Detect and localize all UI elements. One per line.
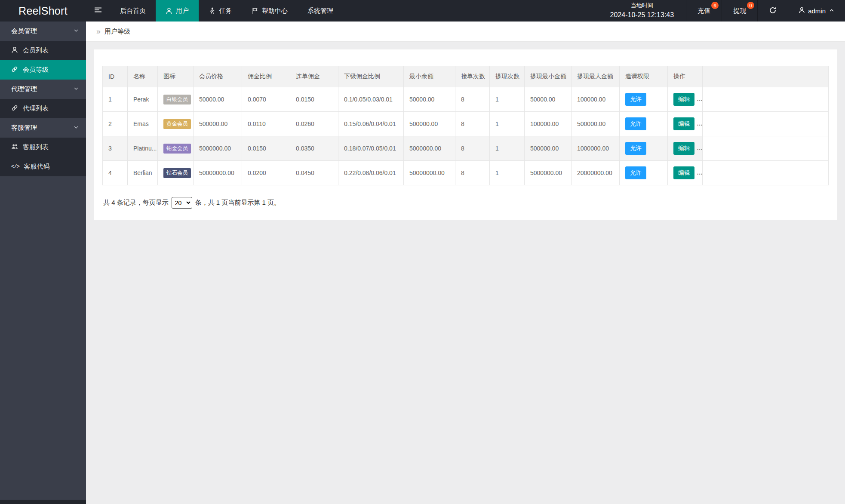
sidebar: 会员管理 会员列表 会员等级 代理管理 代理列表 客服管理 (0, 22, 86, 504)
admin-menu[interactable]: admin (788, 0, 845, 22)
invite-permission-button[interactable]: 允许 (625, 93, 646, 106)
edit-button[interactable]: 编辑 (673, 166, 694, 179)
sidebar-item-agent-list[interactable]: 代理列表 (0, 99, 86, 118)
sidebar-footer-strip (0, 500, 86, 504)
col-header-min-balance: 最小余额 (404, 66, 455, 87)
cell-orders: 8 (455, 87, 490, 112)
sidebar-group-member-management[interactable]: 会员管理 (0, 22, 86, 41)
cell-chain: 0.0260 (290, 112, 338, 136)
cell-sub-rates: 0.22/0.08/0.06/0.01 (338, 161, 404, 185)
cell-id: 2 (103, 112, 128, 136)
main-content: » 用户等级 ID 名称 图标 会员价格 佣金比例 连单佣金 下级佣金比例 (86, 22, 845, 504)
withdraw-button[interactable]: 提现 0 (722, 0, 757, 22)
cell-max-withdraw: 500000.00 (572, 112, 620, 136)
cell-withdraws: 1 (490, 136, 525, 161)
cell-min-balance: 5000000.00 (404, 136, 455, 161)
sidebar-item-member-levels[interactable]: 会员等级 (0, 60, 86, 80)
level-badge: 铂金会员 (163, 144, 191, 154)
sidebar-item-label: 会员等级 (23, 66, 49, 74)
user-levels-table: ID 名称 图标 会员价格 佣金比例 连单佣金 下级佣金比例 最小余额 接单次数… (102, 66, 829, 185)
cell-name: Perak (128, 87, 158, 112)
edit-button[interactable]: 编辑 (673, 117, 694, 130)
table-card: ID 名称 图标 会员价格 佣金比例 连单佣金 下级佣金比例 最小余额 接单次数… (94, 49, 837, 220)
withdraw-count-badge: 0 (747, 2, 754, 9)
cell-max-withdraw: 1000000.00 (572, 136, 620, 161)
col-header-id: ID (103, 66, 128, 87)
cell-id: 3 (103, 136, 128, 161)
cell-min-withdraw: 100000.00 (525, 112, 572, 136)
cell-name: Emas (128, 112, 158, 136)
more-actions-ellipsis: … (697, 95, 703, 102)
cell-rate: 0.0150 (242, 136, 290, 161)
cell-min-balance: 50000.00 (404, 87, 455, 112)
nav-item-help-center[interactable]: 帮助中心 (242, 0, 298, 22)
col-header-chain-commission: 连单佣金 (290, 66, 338, 87)
user-icon (166, 7, 172, 14)
nav-item-tasks[interactable]: 任务 (199, 0, 242, 22)
refresh-icon (769, 6, 777, 15)
pagination-suffix-text: 条，共 1 页当前显示第 1 页。 (195, 199, 280, 207)
col-header-commission-rate: 佣金比例 (242, 66, 290, 87)
edit-button[interactable]: 编辑 (673, 142, 694, 155)
sidebar-item-support-code[interactable]: </> 客服代码 (0, 157, 86, 176)
cell-min-balance: 50000000.00 (404, 161, 455, 185)
local-time: 当地时间 2024-10-25 12:13:43 (598, 0, 686, 22)
users-icon (11, 143, 18, 151)
nav-item-label: 用户 (176, 7, 189, 15)
topbar-right-section: 当地时间 2024-10-25 12:13:43 充值 6 提现 0 admin (598, 0, 845, 22)
more-actions-ellipsis: … (697, 144, 703, 151)
admin-user-icon (799, 7, 805, 15)
cell-rate: 0.0200 (242, 161, 290, 185)
chevron-down-icon (73, 124, 79, 132)
level-badge: 白银会员 (163, 95, 191, 104)
recharge-count-badge: 6 (711, 2, 719, 9)
user-icon (11, 46, 18, 55)
cell-sub-rates: 0.18/0.07/0.05/0.01 (338, 136, 404, 161)
recharge-label: 充值 (698, 7, 710, 15)
cell-withdraws: 1 (490, 112, 525, 136)
cell-min-withdraw: 50000.00 (525, 87, 572, 112)
cell-sub-rates: 0.1/0.05/0.03/0.01 (338, 87, 404, 112)
sidebar-group-label: 代理管理 (11, 85, 37, 93)
col-header-invite-permission: 邀请权限 (620, 66, 668, 87)
sidebar-item-member-list[interactable]: 会员列表 (0, 41, 86, 60)
sidebar-group-label: 客服管理 (11, 124, 37, 132)
sidebar-item-label: 客服列表 (23, 143, 49, 151)
sidebar-group-agent-management[interactable]: 代理管理 (0, 80, 86, 99)
cell-price: 5000000.00 (194, 136, 242, 161)
breadcrumb-arrows-icon: » (96, 28, 101, 35)
cell-min-withdraw: 5000000.00 (525, 161, 572, 185)
cell-name: Platinu... (128, 136, 158, 161)
nav-item-users[interactable]: 用户 (156, 0, 199, 22)
cell-max-withdraw: 20000000.00 (572, 161, 620, 185)
table-header-row: ID 名称 图标 会员价格 佣金比例 连单佣金 下级佣金比例 最小余额 接单次数… (103, 66, 829, 87)
cell-filler (703, 112, 829, 136)
cell-name: Berlian (128, 161, 158, 185)
invite-permission-button[interactable]: 允许 (625, 166, 646, 179)
cell-price: 500000.00 (194, 112, 242, 136)
refresh-button[interactable] (757, 0, 788, 22)
cell-orders: 8 (455, 136, 490, 161)
per-page-select[interactable]: 20 (172, 197, 192, 209)
walking-person-icon (209, 7, 215, 14)
sidebar-toggle-button[interactable] (86, 0, 110, 22)
edit-button[interactable]: 编辑 (673, 93, 694, 106)
nav-item-dashboard[interactable]: 后台首页 (110, 0, 156, 22)
nav-item-label: 任务 (219, 7, 232, 15)
invite-permission-button[interactable]: 允许 (625, 142, 646, 155)
sidebar-item-support-list[interactable]: 客服列表 (0, 138, 86, 157)
invite-permission-button[interactable]: 允许 (625, 117, 646, 130)
cell-id: 4 (103, 161, 128, 185)
col-header-sub-rates: 下级佣金比例 (338, 66, 404, 87)
nav-item-label: 帮助中心 (262, 7, 288, 15)
sidebar-group-support-management[interactable]: 客服管理 (0, 118, 86, 138)
recharge-button[interactable]: 充值 6 (686, 0, 722, 22)
col-header-withdraw-times: 提现次数 (490, 66, 525, 87)
nav-item-system[interactable]: 系统管理 (298, 0, 343, 22)
col-header-min-withdraw: 提现最小金额 (525, 66, 572, 87)
cell-orders: 8 (455, 112, 490, 136)
link-icon (11, 104, 18, 113)
pagination-prefix-text: 共 4 条记录，每页显示 (103, 199, 169, 207)
breadcrumb: » 用户等级 (86, 22, 845, 42)
chevron-down-icon (73, 86, 79, 93)
